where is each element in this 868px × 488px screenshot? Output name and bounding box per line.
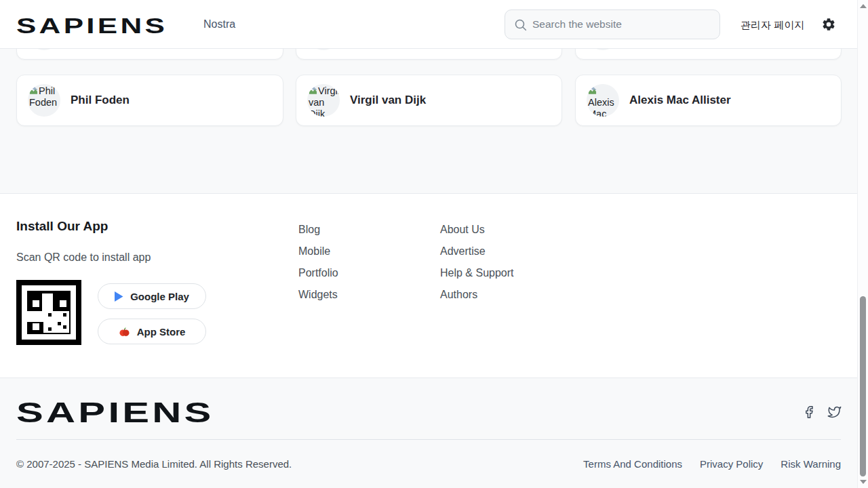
footer-logo: SAPIENS xyxy=(16,396,214,429)
card-title: Virgil van Dijk xyxy=(350,94,426,107)
app-store-button[interactable]: App Store xyxy=(98,319,206,344)
facebook-icon xyxy=(802,405,816,419)
footer-link-help-support[interactable]: Help & Support xyxy=(440,267,514,289)
footer-link-authors[interactable]: Authors xyxy=(440,289,514,310)
search-icon xyxy=(514,18,528,32)
terms-link[interactable]: Terms And Conditions xyxy=(583,458,682,470)
gear-icon xyxy=(821,17,836,32)
app-store-label: App Store xyxy=(137,326,186,338)
card-title: Alexis Mac Allister xyxy=(629,94,731,107)
facebook-link[interactable] xyxy=(802,405,816,419)
google-play-icon xyxy=(115,291,123,302)
avatar-broken-image: Alexis Mac Allister xyxy=(587,84,619,117)
page: SAPIENS Nostra 관리자 페이지 Phil Foden Phil F… xyxy=(0,0,868,488)
card-phil-foden[interactable]: Phil Foden Phil Foden xyxy=(16,75,283,126)
scroll-up-arrow-icon[interactable] xyxy=(860,4,867,8)
card-alexis-mac-allister[interactable]: Alexis Mac Allister Alexis Mac Allister xyxy=(575,75,842,126)
twitter-link[interactable] xyxy=(827,405,841,419)
qr-code-image xyxy=(16,280,81,345)
broken-image-icon xyxy=(588,87,597,95)
broken-image-icon xyxy=(309,87,317,95)
footer-bottom: SAPIENS © 2007-2025 - SAPIENS Media Limi… xyxy=(0,378,868,488)
card-virgil-van-dijk[interactable]: Virgil van Dijk Virgil van Dijk xyxy=(296,75,562,126)
settings-button[interactable] xyxy=(821,17,837,33)
search-box[interactable] xyxy=(505,9,720,39)
search-input[interactable] xyxy=(532,10,715,39)
footer-links-column-2: About Us Advertise Help & Support Author… xyxy=(440,224,514,310)
footer-link-blog[interactable]: Blog xyxy=(298,224,338,245)
footer-main: Install Our App Scan QR code to install … xyxy=(0,193,868,378)
apple-icon xyxy=(119,326,130,338)
install-app-title: Install Our App xyxy=(16,219,108,234)
google-play-button[interactable]: Google Play xyxy=(98,283,206,309)
footer-link-widgets[interactable]: Widgets xyxy=(298,289,338,310)
risk-warning-link[interactable]: Risk Warning xyxy=(781,458,841,470)
legal-row: © 2007-2025 - SAPIENS Media Limited. All… xyxy=(16,450,841,477)
footer-link-portfolio[interactable]: Portfolio xyxy=(298,267,338,289)
install-app-subtitle: Scan QR code to install app xyxy=(16,251,151,264)
legal-links: Terms And Conditions Privacy Policy Risk… xyxy=(583,458,841,470)
avatar-alt-text: Alexis Mac Allister xyxy=(588,97,618,117)
footer-link-advertise[interactable]: Advertise xyxy=(440,245,514,267)
broken-image-icon xyxy=(29,87,38,95)
twitter-icon xyxy=(827,405,842,419)
footer-links-column-1: Blog Mobile Portfolio Widgets xyxy=(298,224,338,310)
google-play-label: Google Play xyxy=(130,291,189,302)
vertical-scrollbar[interactable] xyxy=(857,0,868,488)
site-logo[interactable]: SAPIENS xyxy=(16,14,167,39)
copyright-text: © 2007-2025 - SAPIENS Media Limited. All… xyxy=(16,458,292,470)
scroll-down-arrow-icon[interactable] xyxy=(860,480,867,484)
avatar-broken-image: Virgil van Dijk xyxy=(307,84,340,117)
nav-link-nostra[interactable]: Nostra xyxy=(203,18,235,30)
scrollbar-thumb[interactable] xyxy=(860,296,866,476)
footer-divider xyxy=(16,439,841,440)
avatar-broken-image: Phil Foden xyxy=(28,84,60,117)
social-links xyxy=(802,405,841,419)
footer-link-about-us[interactable]: About Us xyxy=(440,224,514,245)
privacy-policy-link[interactable]: Privacy Policy xyxy=(700,458,763,470)
admin-page-link[interactable]: 관리자 페이지 xyxy=(741,19,804,32)
header: SAPIENS Nostra 관리자 페이지 xyxy=(0,0,857,49)
card-title: Phil Foden xyxy=(71,94,130,107)
footer-link-mobile[interactable]: Mobile xyxy=(298,245,338,267)
